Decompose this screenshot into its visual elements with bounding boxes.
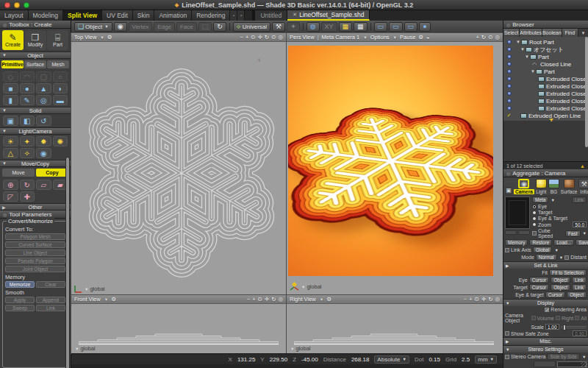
front-view-title[interactable]: Front View (74, 296, 101, 302)
expand-icon[interactable]: ▼ (525, 54, 529, 59)
unit-dropdown[interactable]: mm▼ (475, 355, 497, 364)
move-button[interactable]: Move (2, 169, 35, 177)
expand-icon[interactable]: ▼ (516, 40, 520, 44)
link-axis-checkbox[interactable] (505, 248, 509, 252)
gear-icon[interactable]: ⚙ (111, 296, 116, 302)
front-view[interactable]: Front View▼ ⚙ − + ⊙ ✛ ↻ ◎ ▼ global (71, 295, 286, 353)
vertex-mode-button[interactable]: Vertex (129, 22, 153, 32)
other-section-header[interactable]: ▶Other (0, 203, 71, 210)
ghost-circle-icon[interactable]: ○ (53, 71, 68, 82)
doc-tab-untitled[interactable]: Untitled (255, 10, 287, 21)
safe-zone-field[interactable]: 0.90 (573, 330, 587, 336)
pers-view[interactable]: Pers View | Meta Camera 1▼ Options▼ Paus… (287, 33, 503, 294)
disabled-tool-button[interactable]: ✦ (287, 22, 300, 32)
restore-button[interactable]: Restore (529, 239, 552, 246)
axis-dropdown-icon[interactable]: ▼ (75, 347, 79, 351)
gear-icon[interactable]: ⚙ (326, 296, 331, 302)
rotate-view-icon[interactable]: ↻ (265, 34, 269, 40)
sun-light-icon[interactable]: ☀ (3, 136, 18, 146)
tab-surface[interactable]: Surface (24, 60, 46, 68)
smooth-link-button[interactable]: Link (36, 305, 65, 311)
magnify-icon[interactable]: ⊙ (251, 34, 255, 40)
visibility-dot-icon[interactable] (507, 84, 512, 88)
magnify-icon[interactable]: ⊙ (488, 34, 492, 40)
right-view-title[interactable]: Right View (290, 296, 316, 302)
display-section-header[interactable]: ▼Display (503, 299, 588, 306)
tree-row-closed-line[interactable]: ◠Closed Line (503, 60, 588, 68)
area-light-icon[interactable]: ✺ (53, 136, 68, 146)
camera-selector[interactable]: Meta Camera 1 (322, 34, 360, 40)
visibility-dot-icon[interactable] (507, 62, 512, 66)
tabbar-extra-button-2[interactable]: ▪ (237, 10, 245, 21)
visibility-dot-icon[interactable] (507, 99, 512, 103)
aggregate-tab-info[interactable]: ⚒Info (578, 179, 588, 194)
safe-zone-checkbox[interactable] (505, 331, 509, 336)
panel-collapse-icon[interactable]: ◎ (506, 22, 510, 27)
pan-icon[interactable]: ✛ (481, 296, 486, 302)
rendering-area-checkbox[interactable]: ✓ (545, 308, 549, 312)
tab-animation[interactable]: Animation (154, 10, 192, 21)
zoom-in-icon[interactable]: + (476, 34, 478, 40)
globe-button[interactable]: ◍ (306, 22, 320, 32)
marquee-select-button[interactable]: ⬚ (198, 22, 212, 32)
tree-row-offset-part[interactable]: ▼オフセット (503, 46, 588, 53)
translate-tool-icon[interactable]: ⊕ (3, 180, 18, 190)
zoom-value-field[interactable]: 50.0 (573, 222, 587, 227)
smooth-append-button[interactable]: Append (36, 297, 65, 303)
ghost-arc-icon[interactable]: ◠ (20, 71, 35, 82)
zoom-in-icon[interactable]: + (252, 296, 255, 302)
doc-tab-lineoffset-sample[interactable]: ✕ LineOffset_Sample.shd (287, 10, 370, 21)
directional-light-icon[interactable]: △ (3, 148, 18, 158)
zoom-out-icon[interactable]: − (464, 296, 467, 302)
eye-icon[interactable]: ◎ (278, 296, 283, 302)
resize-grip[interactable] (581, 361, 587, 367)
filter-funnel-icon[interactable]: ▼ (578, 29, 588, 37)
visibility-dot-icon[interactable] (507, 40, 512, 44)
panel-collapse-icon[interactable]: ◎ (3, 22, 7, 27)
expand-tool-icon[interactable]: ✚ (20, 191, 35, 202)
object-section-header[interactable]: ▼Object (0, 52, 71, 59)
pause-button[interactable]: Pause (400, 34, 415, 40)
close-tab-icon[interactable]: ✕ (293, 12, 297, 18)
edge-mode-button[interactable]: Edge (154, 22, 175, 32)
tree-row-root-part[interactable]: ▼Root Part (503, 38, 588, 46)
scale-field[interactable]: 1.00 (545, 324, 559, 330)
grid-button[interactable]: ▦ (354, 22, 368, 32)
shear-tool-icon[interactable]: ▱ (36, 180, 51, 190)
axis-dropdown-icon[interactable]: ▼ (290, 347, 294, 351)
load-button[interactable]: Load... (553, 239, 574, 246)
tree-row-extruded-open-line[interactable]: ✓Extruded Open Line (503, 112, 588, 119)
link-small-button[interactable]: Link (572, 197, 587, 203)
thumb-button[interactable] (505, 230, 517, 235)
create-button[interactable]: ✎Create (2, 30, 24, 50)
tab-layout[interactable]: Layout (0, 10, 29, 21)
fit-to-selection-button[interactable]: Fit to Selection (549, 269, 587, 276)
convert-line-object-button[interactable]: Line Object (5, 250, 65, 256)
browser-tab-find[interactable]: Find (562, 29, 578, 37)
eyetarget-object-button[interactable]: Object (567, 291, 587, 298)
object-mode-button[interactable]: ❑Object▼ (74, 22, 112, 32)
rotate-view-icon[interactable]: ↻ (488, 296, 492, 302)
browser-tab-select[interactable]: Select (503, 29, 520, 37)
target-object-button[interactable]: Object (551, 284, 570, 291)
convert-curved-surface-button[interactable]: Curved Surface (5, 241, 65, 248)
axis-dropdown-icon[interactable]: ▼ (85, 287, 88, 291)
view-layout-2-button[interactable]: ▭ (389, 22, 403, 32)
rotate-view-button[interactable]: ↻ (213, 22, 226, 32)
distant-checkbox[interactable] (564, 255, 569, 260)
browser-tab-boolean[interactable]: Boolean (542, 29, 562, 37)
cylinder-primitive-icon[interactable]: ▮ (3, 95, 18, 105)
solid-intersect-icon[interactable]: ↺ (36, 116, 51, 126)
visibility-dot-icon[interactable] (507, 54, 512, 59)
eye-cursor-button[interactable]: Cursor (529, 277, 550, 283)
visibility-dot-icon[interactable] (507, 106, 512, 110)
coordinate-mode-dropdown[interactable]: Absolute▼ (374, 355, 409, 364)
camera-object-icon[interactable]: ◉ (36, 148, 51, 158)
eye-target-radio[interactable] (532, 216, 537, 221)
memorize-button[interactable]: Memorize (5, 281, 35, 288)
tab-split-view[interactable]: Split View (63, 10, 102, 21)
aggregate-tab-camera[interactable]: ◉Camera (514, 179, 534, 194)
zoom-in-icon[interactable]: + (245, 34, 248, 40)
cube-speed-dropdown[interactable]: Fast (565, 230, 581, 237)
browser-tab-attributes[interactable]: Attributes (520, 29, 542, 37)
